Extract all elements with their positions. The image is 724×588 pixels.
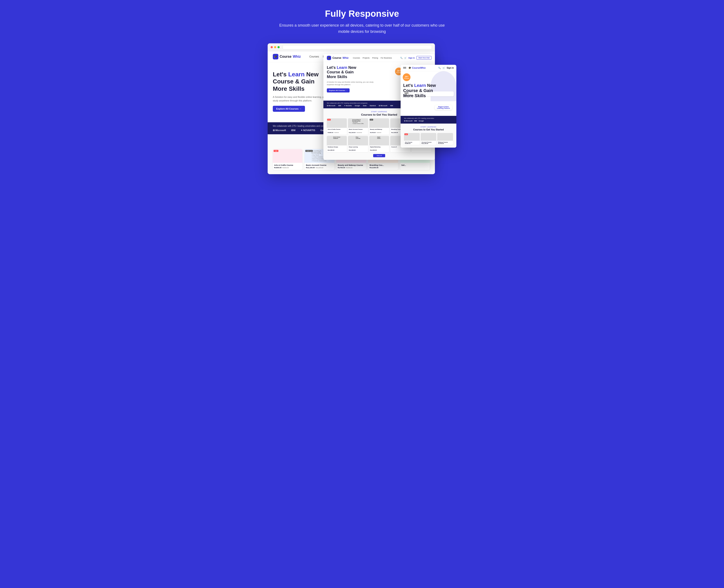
- tablet-course-price-6: Rs1,000.00: [328, 149, 334, 151]
- hamburger-line-3: [403, 68, 406, 69]
- tablet-badge-num: 1K+: [397, 70, 401, 72]
- nav-link-courses[interactable]: Courses: [309, 55, 319, 58]
- partner-novartis: ✦ NOVARTIS: [301, 129, 315, 132]
- mobile-cart-icon[interactable]: 🛒: [442, 67, 445, 69]
- mobile-thumb-2: [421, 133, 436, 141]
- tablet-course-price-old-3: Rs300.00: [377, 132, 381, 133]
- course-info-1: Arts & Crafts Course Rs800.00 Rs900.00: [273, 163, 302, 170]
- tablet-course-price-8: Rs2,000.00: [370, 149, 377, 151]
- mobile-signin[interactable]: Sign in: [447, 67, 454, 69]
- partner-microsoft: ⊞ Microsoft: [273, 129, 286, 132]
- browser-dot-yellow: [274, 46, 276, 48]
- tablet-cart-icon[interactable]: 🛒: [404, 57, 407, 59]
- tablet-signin[interactable]: Sign in: [408, 57, 415, 59]
- tablet-partner-novartis: ✦ Novartis: [344, 105, 352, 107]
- course-price-row-1: Rs800.00 Rs900.00: [274, 167, 301, 169]
- mobile-course-3: Makeup Course Rs700.00: [437, 133, 453, 145]
- tablet-course-price-old-2: Rs8,100.00: [357, 132, 362, 133]
- tablet-nav: 🎓 CourseWhiz Courses Projects Pricing Fo…: [323, 54, 435, 62]
- tablet-thumb-7: DeepLearning: [348, 136, 368, 145]
- mobile-course-info-2: Account Course Rs2,100.00: [421, 141, 436, 145]
- tablet-course-name-7: Deep Learning: [349, 146, 367, 148]
- course-name-4: Branding Cou...: [369, 164, 397, 166]
- tablet-nav-projects[interactable]: Projects: [363, 57, 370, 59]
- mobile-course-price-1: Rs800.00: [405, 143, 419, 144]
- course-price-1: Rs800.00: [274, 167, 282, 169]
- tablet-course-1: Sale Arts & Crafts Course Rs800.00 Rs800…: [327, 119, 347, 135]
- tablet-course-info-3: Beauty and Makeup Rs700.00 Rs300.00: [369, 128, 389, 135]
- course-card-1: Sale Arts & Crafts Course Rs800.00 Rs900…: [273, 149, 302, 170]
- course-thumb-1: Sale: [273, 149, 302, 163]
- tablet-trial-button[interactable]: Start free trial: [417, 56, 431, 60]
- tablet-hero-left: Let's Learn NewCourse & GainMore Skills …: [327, 65, 395, 101]
- mobile-nav-actions: 🔍 🛒 Sign in: [438, 67, 454, 69]
- tablet-course-price-row-2: Rs2,100.00 Rs8,100.00: [349, 130, 367, 134]
- tablet-nav-business[interactable]: For Business: [381, 57, 392, 59]
- tablet-thumb-3: Sold: [369, 119, 389, 128]
- mobile-course-price-2: Rs2,100.00: [422, 143, 435, 144]
- mobile-partner-ibm: IBM: [414, 120, 417, 122]
- tablet-course-info-2: Basic Account Course Rs2,100.00 Rs8,100.…: [348, 128, 368, 135]
- tablet-course-3: Sold Beauty and Makeup Rs700.00 Rs300.00: [369, 119, 389, 135]
- hamburger-icon[interactable]: [403, 67, 406, 69]
- tablet-course-name-6: Database Design: [328, 146, 346, 148]
- mockup-stack: 🎓 CourseWhiz Courses Projects Pricing Fo…: [268, 43, 456, 198]
- tablet-course-price-row-1: Rs800.00 Rs800.00: [328, 130, 346, 134]
- course-name-2: Basic Account Course: [306, 164, 333, 166]
- mobile-logo-course: Course: [412, 66, 420, 69]
- tablet-course-6: Entire SchoolDatabase Database Design Rs…: [327, 136, 347, 152]
- course-info-5: Sol...: [400, 163, 430, 168]
- tablet-nav-links: Courses Projects Pricing For Business: [353, 57, 392, 59]
- mobile-courses-title: Courses to Get You Started: [404, 128, 453, 131]
- tablet-course-price-old-1: Rs800.00: [334, 132, 339, 133]
- mobile-search-icon[interactable]: 🔍: [438, 67, 441, 69]
- mobile-partners: We collaborate with 275+ leading univers…: [401, 116, 456, 124]
- mobile-hero: 1K+ Courses Let's Learn New Course & Gai…: [401, 71, 456, 114]
- mobile-badge-num: 1K+: [405, 76, 408, 78]
- course-price-2: Rs2,100.00: [306, 167, 315, 169]
- mobile-nav: 🎓 CourseWhiz 🔍 🛒 Sign in: [401, 65, 456, 71]
- mobile-courses-grid: Sale Arts Course Rs800.00 Account Course…: [404, 133, 453, 145]
- course-price-old-2: Rs2,200.00: [316, 167, 323, 168]
- tablet-course-name-3: Beauty and Makeup: [370, 129, 388, 130]
- browser-dot-green: [277, 46, 280, 48]
- course-info-2: Basic Account Course Rs2,100.00 Rs2,200.…: [304, 163, 334, 170]
- tablet-nav-courses[interactable]: Courses: [353, 57, 360, 59]
- partner-ibm: IBM: [291, 129, 296, 131]
- tablet-course-price-7: Rs1,500.00: [349, 149, 356, 151]
- tablet-view-all-button[interactable]: View all: [373, 154, 385, 157]
- course-price-old-3: Rs300.00: [346, 167, 353, 168]
- mobile-course-2: Account Course Rs2,100.00: [421, 133, 436, 145]
- tablet-partner-google: Google: [355, 105, 360, 106]
- tablet-partner-stanford: Stanford: [370, 105, 376, 106]
- tablet-course-name-8: Digital Marketing: [370, 146, 388, 148]
- tablet-search-icon[interactable]: 🔍: [400, 57, 403, 59]
- browser-url-bar: [283, 45, 432, 49]
- tablet-explore-button[interactable]: Explore All Courses →: [327, 88, 349, 92]
- mobile-courses-label: START LEARNING: [404, 126, 453, 128]
- mobile-logo-icon: 🎓: [408, 66, 411, 69]
- sale-badge: Sale: [274, 150, 278, 152]
- tablet-course-info-1: Arts & Crafts Course Rs800.00 Rs800.00: [327, 128, 347, 135]
- tablet-hero-title: Let's Learn NewCourse & GainMore Skills: [327, 65, 395, 79]
- tablet-course-info-6: Database Design Rs1,000.00: [327, 145, 347, 152]
- explore-button[interactable]: Explore All Courses →: [273, 106, 305, 112]
- course-price-row-3: Rs700.00 Rs300.00: [338, 167, 365, 169]
- tablet-view-all: View all: [327, 154, 431, 157]
- tablet-nav-pricing[interactable]: Pricing: [372, 57, 378, 59]
- course-name-5: Sol...: [402, 164, 428, 166]
- mobile-thumb-1: Sale: [404, 133, 420, 141]
- tablet-sold-badge: Sold: [370, 119, 373, 121]
- tablet-course-price-3: Rs700.00: [370, 132, 376, 133]
- hamburger-line-1: [403, 67, 406, 67]
- page-subtitle: Ensures a smooth user experience on all …: [276, 22, 448, 35]
- hero-title-accent: Learn: [288, 71, 304, 78]
- course-price-old-1: Rs900.00: [282, 167, 289, 168]
- mobile-hero-title: Let's Learn New Course & Gain More Skill…: [403, 83, 454, 98]
- tablet-nav-actions: 🔍 🛒 Sign in Start free trial: [400, 56, 431, 60]
- mobile-logo-whiz: Whiz: [420, 66, 426, 69]
- tablet-course-info-7: Deep Learning Rs1,500.00: [348, 145, 368, 152]
- browser-dot-red: [271, 46, 273, 48]
- tablet-thumb-1: Sale: [327, 119, 347, 128]
- tablet-course-info-8: Digital Marketing Rs2,000.00: [369, 145, 389, 152]
